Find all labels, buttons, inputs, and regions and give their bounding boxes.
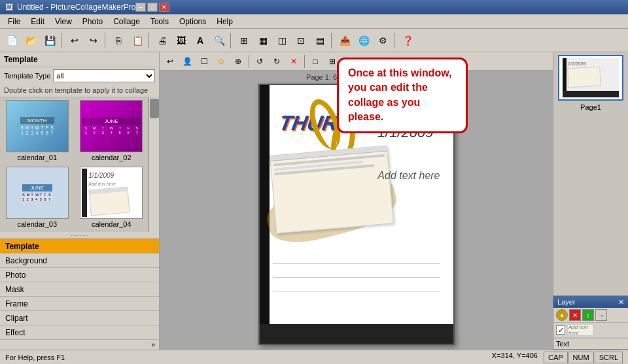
menu-item-view[interactable]: View [50, 16, 77, 27]
collage-add-text[interactable]: Add text here [377, 170, 440, 182]
canvas-sep-2 [304, 55, 305, 68]
menu-item-file[interactable]: File [3, 16, 26, 27]
nav-item-photo[interactable]: Photo [0, 268, 159, 282]
template-item-calendar-01[interactable]: MONTH SMTWTFS 1234567 calendar_01 [1, 99, 73, 163]
settings-button[interactable]: ⚙ [374, 31, 392, 50]
template-name-01: calendar_01 [17, 154, 57, 161]
canvas-btn-select[interactable]: ☐ [196, 54, 212, 69]
undo-button[interactable]: ↩ [65, 31, 84, 50]
menu-item-edit[interactable]: Edit [26, 16, 50, 27]
status-scrl: SCRL [595, 352, 623, 363]
tooltip-balloon: Once at this window, you can edit the co… [337, 58, 468, 133]
layer-btn-circle[interactable]: ● [556, 309, 568, 321]
canvas-btn-circle2[interactable]: ⊕ [230, 54, 246, 69]
nav-item-mask[interactable]: Mask [0, 282, 159, 297]
collage-black-bar [260, 324, 453, 344]
template-section: Template Template Type all calendar birt… [0, 52, 159, 239]
canvas-btn-delete[interactable]: ✕ [286, 54, 302, 69]
nav-item-background[interactable]: Background [0, 254, 159, 268]
layer-row-text[interactable]: ✓ Add text here [553, 323, 628, 338]
scroll-dots: ············ [0, 232, 159, 239]
right-panel: 1/1/2009 Page1 Layer ✕ ● ✕ ↕ → ✓ [553, 52, 628, 350]
menu-item-options[interactable]: Options [174, 16, 211, 27]
app-title: Untitled - PictureCollageMakerPro [17, 3, 135, 12]
statusbar: For Help, press F1 X=314, Y=406 CAP NUM … [0, 350, 628, 364]
template-thumb-03: JUNE SMTWTFS 1234567 [6, 167, 69, 219]
paste-button[interactable]: 📋 [128, 31, 147, 50]
close-button[interactable]: ✕ [159, 3, 169, 12]
template-scrollbar[interactable] [148, 97, 159, 232]
menu-item-photo[interactable]: Photo [77, 16, 108, 27]
collage-btn-1[interactable]: ⊞ [235, 31, 253, 50]
copy-button[interactable]: ⎘ [109, 31, 128, 50]
main-layout: Template Template Type all calendar birt… [0, 52, 628, 350]
new-button[interactable]: 📄 [3, 31, 21, 50]
minimize-button[interactable]: ─ [135, 3, 146, 12]
menubar: FileEditViewPhotoCollageToolsOptionsHelp [0, 14, 628, 29]
titlebar: 🖼 Untitled - PictureCollageMakerPro ─ □ … [0, 0, 628, 14]
template-item-calendar-03[interactable]: JUNE SMTWTFS 1234567 calendar_03 [1, 165, 73, 229]
menu-item-help[interactable]: Help [211, 16, 238, 27]
app-icon: 🖼 [5, 3, 13, 12]
toolbar-separator-6 [394, 33, 396, 48]
export-button[interactable]: 📤 [336, 31, 354, 50]
text-button[interactable]: A [191, 31, 209, 50]
menu-item-collage[interactable]: Collage [108, 16, 145, 27]
open-button[interactable]: 📂 [22, 31, 40, 50]
canvas-btn-circle1[interactable]: ⊙ [213, 54, 229, 69]
page-label-1: Page1 [580, 103, 601, 111]
collage-btn-4[interactable]: ⊡ [292, 31, 310, 50]
help-button[interactable]: ❓ [398, 31, 417, 50]
template-item-calendar-04[interactable]: 1/1/2009 Add text here calendar_04 [76, 165, 148, 229]
layer-checkbox[interactable]: ✓ [556, 325, 565, 335]
canvas-sep-1 [249, 55, 249, 68]
left-nav: Template Background Photo Mask Frame Cli… [0, 239, 159, 350]
canvas-btn-grid1[interactable]: □ [307, 54, 323, 69]
canvas-btn-redo[interactable]: ↻ [269, 54, 285, 69]
layer-btn-delete[interactable]: ✕ [569, 309, 581, 321]
layer-title: Layer [557, 298, 576, 306]
collage-btn-5[interactable]: ▤ [311, 31, 329, 50]
template-name-04: calendar_04 [92, 220, 131, 228]
layer-header: Layer ✕ [553, 296, 628, 308]
toolbar-separator-1 [61, 33, 63, 48]
collage-btn-2[interactable]: ▦ [254, 31, 272, 50]
redo-button[interactable]: ↪ [84, 31, 103, 50]
template-thumb-02: JUNE SMTWTFS 1234567 [80, 100, 143, 152]
status-num: NUM [568, 352, 594, 363]
layer-content: ✓ Add text here [553, 323, 628, 338]
expand-button[interactable]: » [148, 341, 158, 348]
menu-item-tools[interactable]: Tools [145, 16, 174, 27]
template-thumb-01: MONTH SMTWTFS 1234567 [6, 100, 69, 152]
template-name-02: calendar_02 [92, 154, 131, 161]
nav-item-effect[interactable]: Effect [0, 325, 159, 340]
nav-item-frame[interactable]: Frame [0, 297, 159, 311]
canvas-btn-undo[interactable]: ↺ [252, 54, 268, 69]
layer-btn-right[interactable]: → [595, 309, 607, 321]
save-button[interactable]: 💾 [41, 31, 59, 50]
tooltip-text: Once at this window, you can edit the co… [348, 67, 452, 122]
template-type-select[interactable]: all calendar birthday [53, 69, 155, 82]
canvas-btn-person[interactable]: 👤 [179, 54, 195, 69]
toolbar-separator-5 [331, 33, 334, 48]
collage-lines [273, 263, 440, 305]
share-button[interactable]: 🌐 [355, 31, 373, 50]
template-thumb-04: 1/1/2009 Add text here [80, 167, 143, 219]
print-button[interactable]: 🖨 [153, 31, 171, 50]
layer-close-icon[interactable]: ✕ [618, 298, 624, 306]
canvas-btn-arrow[interactable]: ↩ [162, 54, 178, 69]
nav-item-clipart[interactable]: Clipart [0, 311, 159, 325]
layer-btn-move[interactable]: ↕ [582, 309, 594, 321]
status-coords: X=314, Y=406 [492, 352, 538, 363]
nav-item-template[interactable]: Template [0, 239, 159, 254]
layer-footer: Text [553, 338, 628, 349]
template-grid: MONTH SMTWTFS 1234567 calendar_01 [0, 97, 148, 232]
photo-button[interactable]: 🖼 [172, 31, 190, 50]
zoom-in-button[interactable]: 🔍 [210, 31, 228, 50]
layer-panel: Layer ✕ ● ✕ ↕ → ✓ Add text here Text [553, 295, 628, 350]
status-cap: CAP [544, 352, 568, 363]
collage-btn-3[interactable]: ◫ [273, 31, 291, 50]
page-thumbnail-1[interactable]: 1/1/2009 [558, 55, 623, 101]
maximize-button[interactable]: □ [147, 3, 158, 12]
template-item-calendar-02[interactable]: JUNE SMTWTFS 1234567 calendar_02 [76, 99, 148, 163]
